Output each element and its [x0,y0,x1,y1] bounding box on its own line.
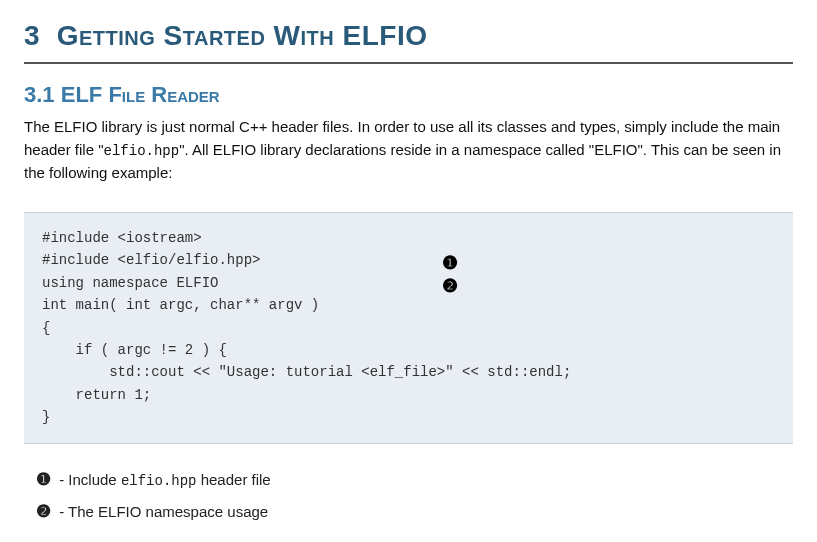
code-example: #include <iostream> #include <elfio/elfi… [24,212,793,444]
callout-bullet-2: ❷ [36,502,51,521]
callout-item-1: ❶ - Include elfio.hpp header file [36,464,793,496]
chapter-heading: 3 Getting Started With ELFIO [24,20,793,52]
code-line: if ( argc != 2 ) { [42,339,775,361]
callout-bullet-1: ❶ [36,470,51,489]
code-line: { [42,317,775,339]
code-line: #include <elfio/elfio.hpp>❶ [42,249,775,271]
code-line: #include <iostream> [42,227,775,249]
code-line: int main( int argc, char** argv ) [42,294,775,316]
section-number: 3.1 [24,82,55,107]
callout-text-1a: - Include [55,471,121,488]
chapter-title: Getting Started With ELFIO [57,20,428,51]
chapter-rule [24,62,793,64]
section-title: ELF File Reader [61,82,220,107]
inline-code-elfio: elfio.hpp [104,143,180,159]
intro-paragraph: The ELFIO library is just normal C++ hea… [24,116,793,184]
callout-text-1b: header file [197,471,271,488]
code-line: using namespace ELFIO❷ [42,272,775,294]
code-line: std::cout << "Usage: tutorial <elf_file>… [42,361,775,383]
callouts-list: ❶ - Include elfio.hpp header file ❷ - Th… [36,464,793,529]
code-line: } [42,406,775,428]
callout-text-2: - The ELFIO namespace usage [55,503,268,520]
callout-item-2: ❷ - The ELFIO namespace usage [36,496,793,528]
callout-code-1: elfio.hpp [121,473,197,489]
section-heading: 3.1 ELF File Reader [24,82,793,108]
chapter-number: 3 [24,20,40,51]
code-line: return 1; [42,384,775,406]
